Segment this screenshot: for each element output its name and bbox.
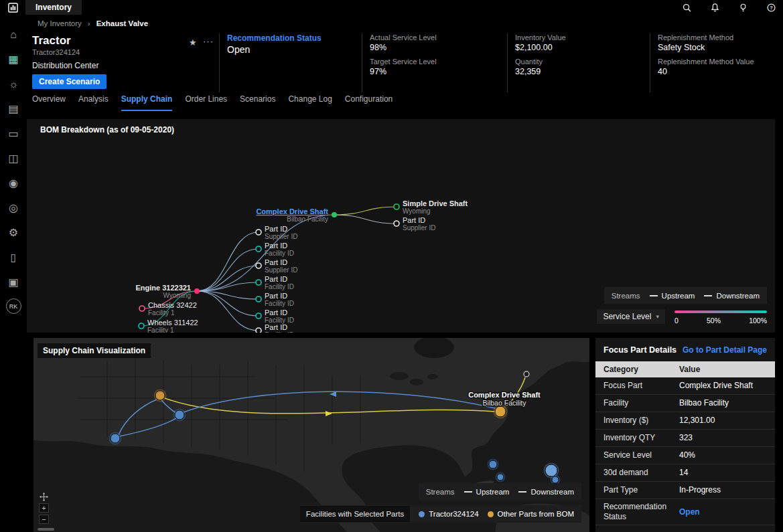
bom-node-label: Engine 3122321 bbox=[135, 284, 191, 292]
facility-node-central[interactable] bbox=[175, 410, 184, 420]
bom-node-simple[interactable] bbox=[394, 204, 399, 209]
bom-node-p0[interactable] bbox=[394, 221, 399, 226]
bom-node-sublabel: Supplier ID bbox=[265, 266, 297, 274]
tab-order-lines[interactable]: Order Lines bbox=[185, 94, 227, 111]
user-avatar[interactable]: RK bbox=[6, 298, 21, 314]
stat-column: Recommendation StatusOpen bbox=[219, 33, 362, 92]
header-stats: Recommendation StatusOpenActual Service … bbox=[219, 33, 782, 92]
stat-label: Quantity bbox=[515, 58, 650, 66]
catalog-icon[interactable]: ▤ bbox=[8, 104, 18, 114]
bom-node-p5[interactable] bbox=[256, 296, 261, 302]
app-tab-inventory[interactable]: Inventory bbox=[25, 0, 82, 15]
bom-node-p3[interactable] bbox=[256, 263, 261, 268]
downstream-line-icon bbox=[704, 295, 712, 296]
stat-value: 98% bbox=[370, 43, 507, 52]
row-value: In-Progress bbox=[679, 485, 775, 495]
bom-edge bbox=[334, 207, 397, 215]
stat-value: 32,359 bbox=[515, 67, 650, 76]
legend-dot-icon bbox=[488, 511, 494, 517]
alerts-icon[interactable]: ◉ bbox=[9, 178, 18, 189]
transport-icon[interactable]: ▭ bbox=[8, 128, 18, 139]
tab-configuration[interactable]: Configuration bbox=[345, 94, 393, 111]
upstream-label: Upstream bbox=[476, 488, 510, 496]
bom-node-sublabel: Facility ID bbox=[265, 250, 294, 257]
bom-streams-legend: Streams Upstream Downstream bbox=[604, 287, 767, 304]
bom-node-label[interactable]: Complex Drive Shaft bbox=[256, 207, 328, 215]
target-icon[interactable]: ◎ bbox=[9, 203, 18, 213]
streams-label: Streams bbox=[612, 292, 640, 300]
pan-icon[interactable] bbox=[40, 493, 48, 501]
service-level-dropdown[interactable]: Service Level bbox=[597, 309, 665, 324]
bom-node-complex[interactable] bbox=[332, 212, 337, 217]
sidebar: ⌂▦☼▤▭◫◉◎⚙▯▣ RK bbox=[0, 15, 27, 532]
settings-icon[interactable]: ⚙ bbox=[9, 228, 18, 238]
bom-node-label: Part ID bbox=[265, 275, 287, 283]
briefcase-icon[interactable]: ▣ bbox=[8, 277, 18, 288]
tab-change-log[interactable]: Change Log bbox=[288, 94, 332, 111]
bom-node-chassis[interactable] bbox=[139, 306, 145, 311]
bom-node-p7[interactable] bbox=[256, 328, 261, 333]
map-canvas[interactable]: Complex Drive ShaftBilbao Facility bbox=[33, 338, 589, 532]
service-level-ticks: 0 50% 100% bbox=[674, 317, 767, 325]
facility-node-south-1[interactable] bbox=[545, 464, 557, 476]
notifications-icon[interactable] bbox=[710, 3, 720, 13]
bom-node-label: Part ID bbox=[265, 258, 287, 266]
bom-node-p4[interactable] bbox=[256, 280, 261, 285]
idea-icon[interactable]: ☼ bbox=[9, 79, 19, 90]
bom-node-sublabel: Facility 1 bbox=[147, 327, 174, 333]
modules-icon[interactable]: ▦ bbox=[8, 54, 18, 65]
tab-analysis[interactable]: Analysis bbox=[78, 94, 109, 111]
bom-node-sublabel: Wyoming bbox=[163, 292, 191, 299]
bom-node-engine[interactable] bbox=[194, 288, 200, 294]
facility-node-caribbean-1[interactable] bbox=[489, 460, 497, 468]
search-icon[interactable] bbox=[682, 3, 692, 13]
focus-facility-node[interactable] bbox=[495, 406, 506, 417]
zoom-in-button[interactable]: + bbox=[39, 503, 49, 513]
facility-node-south-2[interactable] bbox=[552, 476, 559, 483]
star-icon[interactable]: ★ bbox=[189, 37, 197, 48]
bom-node-wheels[interactable] bbox=[139, 323, 144, 329]
app-logo-icon[interactable] bbox=[0, 0, 25, 15]
bom-node-label: Part ID bbox=[265, 308, 287, 317]
table-row: 30d demand14 bbox=[595, 464, 775, 482]
home-icon[interactable]: ⌂ bbox=[10, 29, 17, 40]
facility-node-west[interactable] bbox=[155, 391, 165, 400]
inventory-icon[interactable]: ◫ bbox=[8, 153, 18, 164]
facility-node-northeast[interactable] bbox=[524, 371, 529, 377]
documents-icon[interactable]: ▯ bbox=[11, 252, 17, 263]
facility-node-southwest[interactable] bbox=[111, 434, 120, 443]
supply-chain-map-panel: Complex Drive ShaftBilbao Facility Suppl… bbox=[33, 338, 589, 532]
map-streams-legend: Streams Upstream Downstream bbox=[419, 483, 581, 500]
stat-value: Open bbox=[227, 44, 362, 55]
idea-icon[interactable] bbox=[738, 3, 748, 13]
bom-node-p6[interactable] bbox=[256, 313, 261, 319]
tab-overview[interactable]: Overview bbox=[32, 94, 66, 111]
facility-node-caribbean-2[interactable] bbox=[497, 474, 504, 480]
zoom-out-button[interactable]: − bbox=[39, 515, 49, 524]
row-value-link[interactable]: Open bbox=[679, 507, 775, 517]
breadcrumb-parent[interactable]: My Inventory bbox=[38, 19, 82, 27]
row-value: Complex Drive Shaft bbox=[679, 381, 775, 391]
row-category: Recommendation Status bbox=[595, 502, 679, 522]
bom-panel: BOM Breakdown (as of 09-05-2020) Engine … bbox=[27, 119, 775, 333]
create-scenario-button[interactable]: Create Scenario bbox=[32, 74, 106, 89]
bom-edge bbox=[334, 215, 397, 224]
tab-scenarios[interactable]: Scenarios bbox=[240, 94, 275, 111]
row-category: Focus Part bbox=[595, 381, 679, 391]
breadcrumb-separator-icon: › bbox=[88, 19, 90, 27]
service-level-dropdown-label: Service Level bbox=[603, 312, 651, 321]
legend-label: Other Parts from BOM bbox=[498, 510, 574, 518]
table-row: Focus PartComplex Drive Shaft bbox=[595, 377, 775, 395]
bom-node-p1[interactable] bbox=[256, 230, 261, 235]
facilities-legend-title: Facilities with Selected Parts bbox=[300, 506, 410, 522]
help-icon[interactable]: ? bbox=[766, 3, 776, 13]
bom-node-label: Part ID bbox=[265, 323, 287, 331]
bom-node-label: Part ID bbox=[265, 242, 287, 250]
tab-supply-chain[interactable]: Supply Chain bbox=[121, 94, 173, 111]
map-horizontal-scrollbar[interactable] bbox=[38, 528, 54, 531]
svg-text:?: ? bbox=[770, 5, 773, 11]
more-menu-icon[interactable]: ··· bbox=[203, 36, 214, 46]
downstream-label: Downstream bbox=[530, 488, 574, 496]
bom-node-p2[interactable] bbox=[256, 246, 261, 252]
go-to-part-detail-link[interactable]: Go to Part Detail Page bbox=[683, 345, 767, 355]
